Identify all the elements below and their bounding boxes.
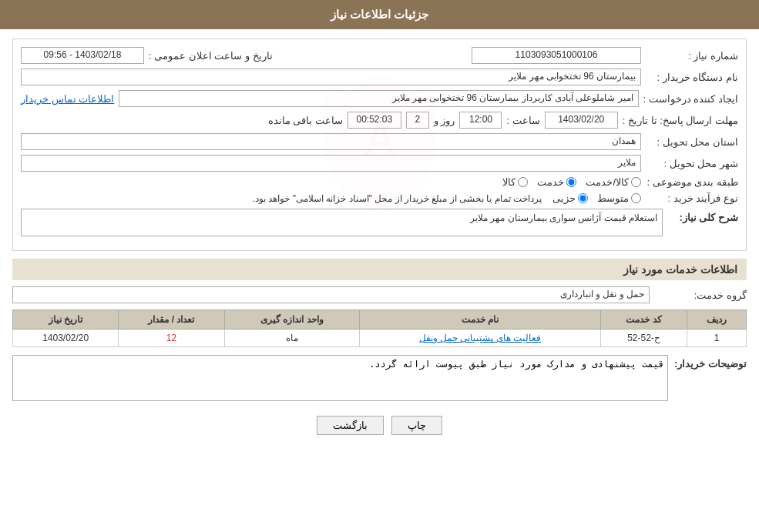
cell-row-num: 1 — [687, 330, 747, 347]
announce-date-label: تاریخ و ساعت اعلان عمومی : — [149, 50, 273, 62]
buyer-org-label: نام دستگاه خریدار : — [646, 72, 738, 83]
services-table: ردیف کد خدمت نام خدمت واحد اندازه گیری ت… — [12, 309, 747, 347]
need-number-value: 1103093051000106 — [472, 47, 641, 64]
deadline-date: 1403/02/20 — [545, 112, 618, 129]
category-khadamat[interactable]: خدمت — [537, 176, 576, 188]
creator-label: ایجاد کننده درخواست : — [643, 93, 738, 105]
cell-service-code: ح-52-52 — [600, 330, 687, 347]
cell-unit: ماه — [224, 330, 360, 347]
row-need-number: شماره نیاز : 1103093051000106 تاریخ و سا… — [21, 47, 738, 64]
need-description-label: شرح کلی نیاز: — [669, 209, 738, 223]
page-wrapper: جزئیات اطلاعات نیاز A شماره نیاز : 11030… — [0, 0, 759, 532]
buyer-notes-section: توضیحات خریدار: — [12, 355, 747, 403]
col-unit: واحد اندازه گیری — [224, 310, 360, 330]
city-label: شهر محل تحویل : — [646, 158, 738, 169]
category-khadamat-label: خدمت — [537, 176, 564, 188]
services-section-title: اطلاعات خدمات مورد نیاز — [12, 259, 747, 280]
contact-link[interactable]: اطلاعات تماس خریدار — [21, 93, 114, 105]
deadline-label: مهلت ارسال پاسخ: تا تاریخ : — [623, 115, 738, 126]
deadline-time: 12:00 — [459, 112, 502, 129]
page-header: جزئیات اطلاعات نیاز — [0, 0, 759, 29]
service-group-value: حمل و نقل و انبارداری — [12, 286, 650, 303]
content-area: A شماره نیاز : 1103093051000106 تاریخ و … — [0, 29, 759, 457]
col-quantity: تعداد / مقدار — [119, 310, 224, 330]
svg-text:A: A — [364, 114, 395, 166]
row-service-group: گروه خدمت: حمل و نقل و انبارداری — [12, 286, 747, 303]
purchase-type-jozi-label: جزیی — [552, 192, 576, 204]
cell-date: 1403/02/20 — [13, 330, 119, 347]
category-kala-khadamat-label: کالا/خدمت — [586, 176, 629, 188]
service-group-label: گروه خدمت: — [654, 289, 747, 301]
buyer-notes-textarea[interactable] — [12, 355, 668, 401]
province-label: استان محل تحویل : — [646, 136, 738, 148]
col-service-name: نام خدمت — [360, 310, 600, 330]
back-button[interactable]: بازگشت — [317, 416, 384, 435]
deadline-time-label: ساعت : — [506, 115, 539, 126]
cell-quantity: 12 — [119, 330, 224, 347]
main-info-box: A شماره نیاز : 1103093051000106 تاریخ و … — [12, 38, 747, 251]
announce-date-value: 1403/02/18 - 09:56 — [21, 47, 144, 64]
purchase-type-label: نوع فرآیند خرید : — [646, 192, 738, 204]
col-row-num: ردیف — [687, 310, 747, 330]
print-button[interactable]: چاپ — [391, 416, 442, 435]
watermark-logo: A — [311, 67, 449, 223]
purchase-type-radio-group: متوسط جزیی — [552, 192, 641, 204]
page-title: جزئیات اطلاعات نیاز — [331, 8, 428, 21]
purchase-type-motavaset[interactable]: متوسط — [597, 192, 641, 204]
category-label: طبقه بندی موضوعی : — [646, 176, 738, 188]
table-row: 1 ح-52-52 فعالیت های پشتیبانی حمل ونقل م… — [13, 330, 747, 347]
category-kala[interactable]: کالا — [502, 176, 528, 188]
need-number-label: شماره نیاز : — [646, 50, 738, 62]
purchase-type-jozi[interactable]: جزیی — [552, 192, 588, 204]
col-service-code: کد خدمت — [600, 310, 687, 330]
footer-buttons: چاپ بازگشت — [12, 416, 747, 447]
buyer-notes-content — [12, 355, 668, 403]
category-kala-khadamat[interactable]: کالا/خدمت — [586, 176, 641, 188]
col-date: تاریخ نیاز — [13, 310, 119, 330]
purchase-type-motavaset-label: متوسط — [597, 192, 629, 204]
cell-service-name[interactable]: فعالیت های پشتیبانی حمل ونقل — [360, 330, 600, 347]
category-kala-label: کالا — [502, 176, 516, 188]
buyer-notes-label: توضیحات خریدار: — [674, 355, 747, 370]
category-radio-group: کالا/خدمت خدمت کالا — [502, 176, 641, 188]
